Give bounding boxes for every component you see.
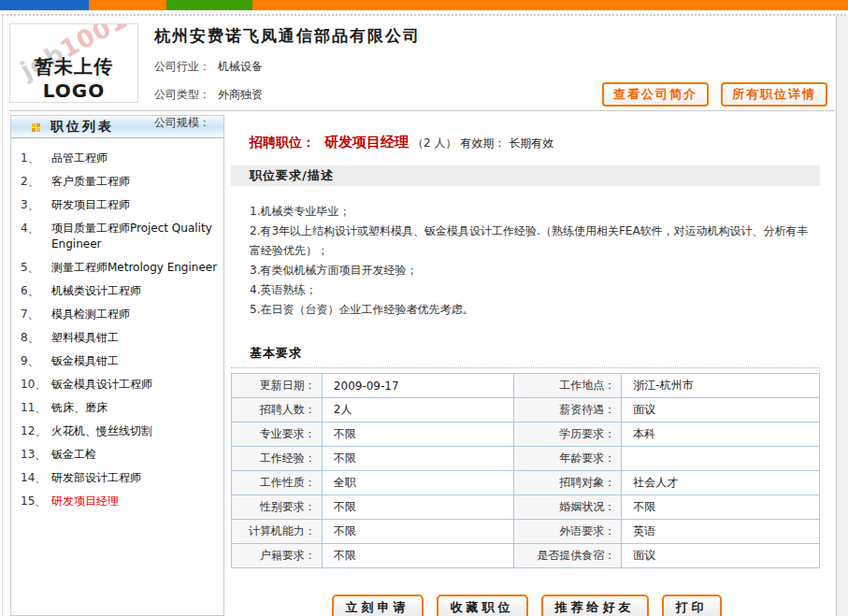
company-field-row: 公司行业：机械设备 [154,59,421,75]
table-row: 性别要求：不限婚姻状况：不限 [232,495,820,520]
blue-segment [0,0,89,10]
table-value-cell: 不限 [322,423,513,447]
company-logo-placeholder: job1001.com 暂未上传LOGO [9,23,138,103]
section-requirements-header: 职位要求/描述 [231,165,820,186]
table-row: 工作性质：全职招聘对象：社会人才 [232,471,820,495]
header-divider [9,110,835,111]
job-list-item[interactable]: 13、钣金工检 [21,447,218,463]
table-value-cell: 不限 [622,495,820,520]
section-basic-header: 基本要求 [250,345,822,362]
table-value-cell: 2人 [322,398,513,423]
job-position-title: 研发项目经理 [324,134,409,150]
table-label-cell: 工作经验： [232,447,323,471]
company-field-label: 公司类型： [154,88,210,101]
job-list-item[interactable]: 14、研发部设计工程师 [21,470,218,486]
description-line: 3.有类似机械方面项目开发经验； [250,261,818,280]
content-area: 职位列表 1、品管工程师2、客户质量工程师3、研发项目工程师4、项目质量工程师P… [0,115,848,616]
job-list-item[interactable]: 2、客户质量工程师 [21,174,218,190]
validity-label: 有效期： [460,136,505,150]
table-value-cell: 面议 [622,544,820,568]
action-button[interactable]: 立刻申请 [332,595,424,616]
job-item-number: 12、 [21,423,51,439]
table-label-cell: 是否提供食宿： [513,544,622,568]
job-list: 1、品管工程师2、客户质量工程师3、研发项目工程师4、项目质量工程师Projec… [11,138,223,509]
action-button[interactable]: 收藏职位 [437,595,528,616]
job-list-item[interactable]: 10、钣金模具设计工程师 [21,377,218,393]
header-button[interactable]: 查看公司简介 [602,82,709,107]
table-value-cell: 社会人才 [622,471,820,495]
job-item-number: 14、 [21,470,51,486]
table-value-cell: 不限 [322,520,513,544]
job-list-item[interactable]: 11、铣床、磨床 [21,400,218,416]
job-list-sidebar: 职位列表 1、品管工程师2、客户质量工程师3、研发项目工程师4、项目质量工程师P… [10,115,224,616]
company-field-row: 公司类型：外商独资 [154,87,421,103]
job-item-label: 模具检测工程师 [51,307,130,322]
table-value-cell: 2009-09-17 [322,374,513,398]
job-item-label: 客户质量工程师 [51,174,130,190]
company-header: job1001.com 暂未上传LOGO 杭州安费诺飞凤通信部品有限公司 公司行… [0,16,848,110]
top-color-bar [0,0,848,10]
company-field-row: 公司规模： [154,115,421,131]
job-item-number: 6、 [21,283,51,299]
job-item-label: 研发项目工程师 [51,197,130,213]
table-label-cell: 工作性质： [232,471,323,495]
job-item-number: 9、 [21,353,51,369]
job-item-label: 钣金工检 [51,447,96,463]
action-buttons: 立刻申请收藏职位推荐给好友打印 [231,595,822,616]
job-list-item[interactable]: 15、研发项目经理 [21,494,218,509]
table-label-cell: 更新日期： [232,374,323,398]
table-label-cell: 户籍要求： [232,544,323,568]
job-list-title: 职位列表 [50,119,114,136]
job-list-item[interactable]: 12、火花机、慢丝线切割 [21,423,218,439]
job-list-item[interactable]: 3、研发项目工程师 [21,197,218,213]
job-item-number: 8、 [21,330,51,346]
validity-value: 长期有效 [509,136,553,150]
description-line: 4.英语熟练； [250,280,818,300]
table-value-cell: 不限 [322,495,513,520]
job-item-number: 3、 [21,197,51,213]
job-item-number: 13、 [21,447,51,463]
job-list-item[interactable]: 4、项目质量工程师Project Quality Engineer [21,221,218,252]
header-button[interactable]: 所有职位详情 [721,82,827,107]
table-label-cell: 工作地点： [513,374,622,398]
description-line: 2.有3年以上结构设计或塑料模具、钣金模具设计工作经验.（熟练使用相关FEA软件… [250,222,818,261]
squares-icon [32,123,40,132]
job-list-item[interactable]: 7、模具检测工程师 [21,307,218,322]
job-title-line: 招聘职位：研发项目经理（2 人）有效期： 长期有效 [250,134,822,151]
basic-requirements-table: 更新日期：2009-09-17工作地点：浙江-杭州市招聘人数：2人薪资待遇：面议… [231,373,820,568]
job-item-label: 钣金模具设计工程师 [51,377,152,393]
table-label-cell: 学历要求： [513,423,622,447]
job-list-item[interactable]: 8、塑料模具钳工 [21,330,218,346]
action-button[interactable]: 打印 [662,595,722,616]
company-field-value: 机械设备 [218,60,263,73]
job-item-number: 7、 [21,307,51,322]
job-item-number: 5、 [21,260,51,276]
company-info: 杭州安费诺飞凤通信部品有限公司 公司行业：机械设备公司类型：外商独资公司规模： [154,21,421,110]
table-value-cell: 不限 [322,544,513,568]
table-row: 户籍要求：不限是否提供食宿：面议 [232,544,820,568]
job-list-item[interactable]: 1、品管工程师 [21,150,218,166]
job-item-number: 4、 [21,221,51,252]
table-label-cell: 年龄要求： [513,447,622,471]
job-position-label: 招聘职位： [250,135,315,150]
job-item-label: 项目质量工程师Project Quality Engineer [51,221,218,252]
job-list-item[interactable]: 9、钣金模具钳工 [21,353,218,369]
description-line: 1.机械类专业毕业； [250,202,818,222]
job-list-item[interactable]: 5、测量工程师Metrology Engineer [21,260,218,276]
basic-dotted-separator [231,367,820,368]
job-item-label: 塑料模具钳工 [51,330,119,346]
job-item-number: 1、 [21,150,51,166]
job-item-label: 研发部设计工程师 [51,470,141,486]
job-list-item[interactable]: 6、机械类设计工程师 [21,283,218,299]
job-item-number: 2、 [21,174,51,190]
table-label-cell: 性别要求： [232,495,323,520]
table-label-cell: 专业要求： [232,423,323,447]
table-row: 工作经验：不限年龄要求： [232,447,820,471]
company-field-value: 外商独资 [218,88,263,101]
description-line: 5.在日资（台资）企业工作经验者优先考虑。 [250,300,818,320]
header-buttons: 查看公司简介所有职位详情 [602,82,827,107]
company-field-label: 公司行业： [154,60,210,73]
job-item-label: 火花机、慢丝线切割 [51,423,152,439]
job-item-label: 研发项目经理 [51,494,119,509]
action-button[interactable]: 推荐给好友 [541,595,649,616]
